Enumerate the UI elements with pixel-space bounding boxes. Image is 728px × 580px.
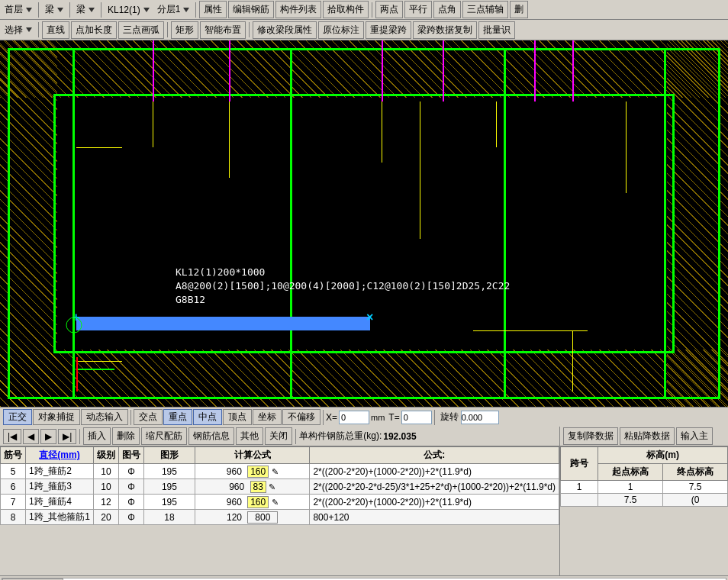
dynamic-input-button[interactable]: 动态输入 bbox=[81, 409, 128, 425]
cell-fignum: 195 bbox=[144, 495, 195, 510]
layer-selector[interactable]: 首层 bbox=[2, 2, 35, 17]
vertex-button[interactable]: 顶点 bbox=[223, 409, 252, 425]
nav-first-button[interactable]: |◀ bbox=[3, 429, 21, 444]
table-row[interactable]: 8 1跨_其他箍筋1 20 Φ 18 120 800 800+120 bbox=[1, 510, 559, 525]
cell-num: 6 bbox=[1, 479, 26, 495]
nav-next-button[interactable]: ▶ bbox=[40, 429, 56, 444]
pencil-icon: ✎ bbox=[272, 467, 279, 476]
original-mark-button[interactable]: 原位标注 bbox=[318, 21, 364, 39]
midpoint-button2[interactable]: 中点 bbox=[193, 409, 222, 425]
nav-last-button[interactable]: ▶| bbox=[58, 429, 76, 444]
nav-prev-button[interactable]: ◀ bbox=[23, 429, 39, 444]
col-line-4 bbox=[664, 48, 666, 399]
component-list-button[interactable]: 构件列表 bbox=[275, 1, 321, 18]
right-cell-span: 1 bbox=[561, 481, 598, 494]
beam-selector2[interactable]: 梁 bbox=[73, 2, 98, 17]
col-line-2 bbox=[290, 48, 292, 399]
rebar-table: 筋号 直径(mm) 级别 图号 图形 计算公式 公式: 5 1跨_箍筋2 10 bbox=[0, 446, 559, 525]
rebar-info-button[interactable]: 钢筋信息 bbox=[188, 427, 234, 445]
right-cell-extra: (0 bbox=[663, 494, 728, 507]
insert-button[interactable]: 插入 bbox=[83, 427, 111, 445]
point-angle-button[interactable]: 点角 bbox=[433, 1, 461, 18]
midpoint-button1[interactable]: 重点 bbox=[163, 409, 192, 425]
cell-dia: 10 bbox=[94, 479, 119, 495]
re-extract-button[interactable]: 重提梁跨 bbox=[366, 21, 411, 39]
two-point-button[interactable]: 两点 bbox=[375, 1, 403, 18]
rotate-input[interactable] bbox=[461, 411, 499, 424]
main-canvas[interactable]: + × KL12(1)200*1000 A8@200(2)[1500];10@2… bbox=[0, 40, 728, 407]
fen-selector[interactable]: 分层1 bbox=[154, 2, 193, 17]
line-button[interactable]: 直线 bbox=[42, 21, 69, 39]
right-cell-end-val: 7.5 bbox=[598, 494, 663, 507]
t-input[interactable] bbox=[401, 411, 432, 424]
pencil-icon: ✎ bbox=[272, 498, 279, 507]
cell-grade: Φ bbox=[119, 495, 144, 510]
pick-component-button[interactable]: 拾取构件 bbox=[323, 1, 369, 18]
weight-value: 192.035 bbox=[383, 431, 416, 442]
copy-span-button[interactable]: 梁跨数据复制 bbox=[413, 21, 477, 39]
scale-rebar-button[interactable]: 缩尺配筋 bbox=[141, 427, 187, 445]
kl-selector[interactable]: KL12(1) bbox=[105, 4, 153, 16]
other-button[interactable]: 其他 bbox=[236, 427, 263, 445]
beam-line3: G8B12 bbox=[176, 293, 510, 307]
attr-button[interactable]: 属性 bbox=[199, 1, 227, 18]
table-row[interactable]: 5 1跨_箍筋2 10 Φ 195 960 160 ✎ 2*((200-2*20… bbox=[1, 464, 559, 479]
rebar-table-container[interactable]: 筋号 直径(mm) 级别 图号 图形 计算公式 公式: 5 1跨_箍筋2 10 bbox=[0, 446, 559, 575]
coordinate-button[interactable]: 坐标 bbox=[253, 409, 282, 425]
right-table-row[interactable]: 1 1 7.5 bbox=[561, 481, 728, 494]
object-snap-button[interactable]: 对象捕捉 bbox=[33, 409, 80, 425]
three-point-axis-button[interactable]: 三点辅轴 bbox=[462, 1, 508, 18]
three-arc-button[interactable]: 三点画弧 bbox=[118, 21, 164, 39]
y-meas-7 bbox=[626, 102, 627, 193]
cell-num: 7 bbox=[1, 495, 26, 510]
col-grade: 级别 bbox=[94, 447, 119, 464]
cell-num: 8 bbox=[1, 510, 26, 525]
bottom-panel: |◀ ◀ ▶ ▶| 插入 删除 缩尺配筋 钢筋信息 其他 关闭 单构件钢筋总重(… bbox=[0, 427, 728, 575]
copy-descent-button[interactable]: 复制降数据 bbox=[563, 427, 618, 445]
y-meas-3 bbox=[382, 102, 382, 163]
svg-point-0 bbox=[66, 317, 82, 333]
purple-line-2 bbox=[229, 40, 230, 102]
right-table-container[interactable]: 跨号 标高(m) 起点标高 终点标高 1 1 7.5 bbox=[560, 446, 728, 575]
snap-sep2 bbox=[323, 410, 324, 425]
purple-line-3 bbox=[382, 40, 383, 102]
beam-selector1[interactable]: 梁 bbox=[42, 2, 66, 17]
highlight-box-1: 160 bbox=[247, 466, 269, 478]
y-meas-6 bbox=[572, 330, 573, 392]
table-row[interactable]: 7 1跨_箍筋4 12 Φ 195 960 160 ✎ 2*((200-2*20… bbox=[1, 495, 559, 510]
col-line-3 bbox=[504, 48, 506, 399]
delete-row-button[interactable]: 删除 bbox=[112, 427, 140, 445]
modify-prop-button[interactable]: 修改梁段属性 bbox=[253, 21, 317, 39]
y-meas-4 bbox=[420, 102, 420, 239]
parallel-button[interactable]: 平行 bbox=[404, 1, 432, 18]
cell-fignum: 195 bbox=[144, 464, 195, 479]
batch-recog-button[interactable]: 批量识 bbox=[478, 21, 515, 39]
intersection-button[interactable]: 交点 bbox=[134, 409, 163, 425]
edit-rebar-button[interactable]: 编辑钢筋 bbox=[228, 1, 274, 18]
bar-cell: 800 bbox=[247, 511, 278, 524]
delete-button[interactable]: 删 bbox=[510, 1, 528, 18]
y-h-3 bbox=[473, 330, 588, 331]
col-dia: 直径(mm) bbox=[26, 447, 94, 464]
close-button[interactable]: 关闭 bbox=[265, 427, 292, 445]
right-table-row[interactable]: 7.5 (0 bbox=[561, 494, 728, 507]
table-row[interactable]: 6 1跨_箍筋3 10 Φ 195 960 83 ✎ 2*((200-2*20-… bbox=[1, 479, 559, 495]
smart-layout-button[interactable]: 智能布置 bbox=[200, 21, 246, 39]
cell-formula: 2*((200-2*20-2*d-25)/3*1+25+2*d)+(1000-2… bbox=[310, 479, 559, 495]
h-scrollbar[interactable] bbox=[2, 578, 726, 581]
input-main-button[interactable]: 输入主 bbox=[676, 427, 713, 445]
y-meas-5 bbox=[496, 102, 497, 147]
x-input[interactable] bbox=[339, 411, 369, 424]
table-panel: |◀ ◀ ▶ ▶| 插入 删除 缩尺配筋 钢筋信息 其他 关闭 单构件钢筋总重(… bbox=[0, 427, 560, 575]
point-length-button[interactable]: 点加长度 bbox=[71, 21, 117, 39]
cell-formula: 2*((200-2*20)+(1000-2*20))+2*(11.9*d) bbox=[310, 495, 559, 510]
purple-line-5 bbox=[534, 40, 536, 102]
rect-button[interactable]: 矩形 bbox=[171, 21, 198, 39]
orthogonal-button[interactable]: 正交 bbox=[3, 409, 32, 425]
select-tool[interactable]: 选择 bbox=[2, 23, 35, 37]
paste-descent-button[interactable]: 粘贴降数据 bbox=[620, 427, 675, 445]
right-col-span: 跨号 bbox=[561, 447, 598, 481]
no-offset-button[interactable]: 不偏移 bbox=[282, 409, 321, 425]
col-num: 筋号 bbox=[1, 447, 26, 464]
right-col-height: 标高(m) bbox=[598, 447, 728, 464]
